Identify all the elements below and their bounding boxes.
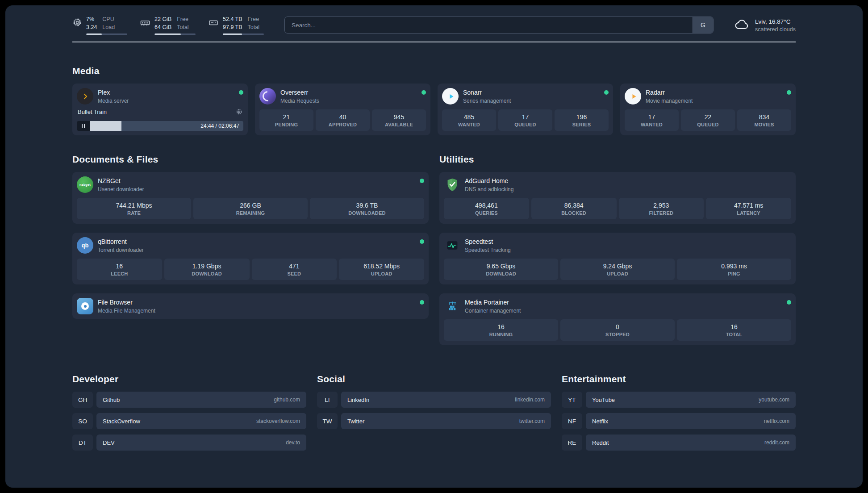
bookmark-abbr: YT xyxy=(562,392,582,408)
bookmark-abbr: LI xyxy=(317,392,338,408)
playback-progress xyxy=(90,121,121,131)
service-subtitle: Usenet downloader xyxy=(98,186,144,192)
plex-icon xyxy=(77,88,93,104)
search-provider-button[interactable]: G xyxy=(693,17,713,33)
bookmark-netflix[interactable]: NF Netflix netflix.com xyxy=(562,413,796,429)
bookmark-twitter[interactable]: TW Twitter twitter.com xyxy=(317,413,551,429)
stat-tile: 945 AVAILABLE xyxy=(372,109,426,131)
stat-tile: 0 STOPPED xyxy=(560,319,675,341)
service-card-nzbget[interactable]: nzbget NZBGet Usenet downloader 744.21 M… xyxy=(72,172,429,224)
service-subtitle: Media File Management xyxy=(98,308,155,314)
stat-tile: 39.6 TB DOWNLOADED xyxy=(310,198,424,219)
cpu-widget: 7% 3.24 CPU Load xyxy=(72,15,127,35)
service-card-speedtest[interactable]: Speedtest Speedtest Tracking 9.65 Gbps D… xyxy=(439,233,796,284)
disk-free-value: 52.4 TB xyxy=(223,15,242,23)
plex-player-bar: 24:44 / 02:06:47 xyxy=(77,121,243,131)
memory-total-value: 64 GiB xyxy=(154,23,171,31)
bookmark-youtube[interactable]: YT YouTube youtube.com xyxy=(562,392,796,408)
bookmark-abbr: RE xyxy=(562,435,582,451)
bookmark-stackoverflow[interactable]: SO StackOverflow stackoverflow.com xyxy=(72,413,306,429)
section-title-media: Media xyxy=(72,66,796,76)
service-card-sonarr[interactable]: Sonarr Series management 485 WANTED 17 Q… xyxy=(438,84,613,135)
stat-tile: 471 SEED xyxy=(252,259,337,280)
bookmark-abbr: SO xyxy=(72,413,93,429)
bookmark-reddit[interactable]: RE Reddit reddit.com xyxy=(562,435,796,451)
service-name: Media Portainer xyxy=(465,299,521,307)
stat-tile: 86,384 BLOCKED xyxy=(531,198,617,219)
stat-tile: 834 MOVIES xyxy=(737,109,791,131)
service-card-radarr[interactable]: Radarr Movie management 17 WANTED 22 QUE… xyxy=(620,84,796,135)
service-name: File Browser xyxy=(98,299,155,307)
service-name: Radarr xyxy=(646,89,693,97)
section-title-entertainment: Entertainment xyxy=(562,374,796,384)
service-subtitle: Media server xyxy=(98,98,129,104)
bookmark-url: reddit.com xyxy=(764,439,789,446)
status-dot xyxy=(787,300,791,305)
stat-tile: 16 RUNNING xyxy=(444,319,558,341)
service-subtitle: Media Requests xyxy=(280,98,319,104)
bookmark-name: DEV xyxy=(103,439,115,446)
stat-tile: 485 WANTED xyxy=(442,109,496,131)
service-card-qbittorrent[interactable]: qb qBittorrent Torrent downloader 16 xyxy=(72,233,429,284)
bookmark-url: twitter.com xyxy=(519,418,545,424)
weather-condition: scattered clouds xyxy=(755,26,796,33)
stat-tile: 498,461 QUERIES xyxy=(444,198,529,219)
bookmark-url: netflix.com xyxy=(764,418,789,424)
bookmark-dev[interactable]: DT DEV dev.to xyxy=(72,435,306,451)
stat-tile: 1.19 Gbps DOWNLOAD xyxy=(164,259,250,280)
status-dot xyxy=(420,239,424,244)
service-name: Plex xyxy=(98,89,129,97)
service-card-overseerr[interactable]: Overseerr Media Requests 21 PENDING 40 A… xyxy=(255,84,430,135)
stat-tile: 2,953 FILTERED xyxy=(619,198,704,219)
dashboard-window: 7% 3.24 CPU Load xyxy=(5,5,863,488)
disk-usage-bar xyxy=(223,33,264,35)
service-card-filebrowser[interactable]: File Browser Media File Management xyxy=(72,293,429,319)
stat-tile: 266 GB REMAINING xyxy=(193,198,308,219)
service-card-portainer[interactable]: Media Portainer Container management 16 … xyxy=(439,293,796,345)
section-title-utilities: Utilities xyxy=(439,154,796,165)
cpu-percent: 7% xyxy=(86,15,97,23)
resource-widgets: 7% 3.24 CPU Load xyxy=(72,15,264,35)
service-card-adguard[interactable]: AdGuard Home DNS and adblocking 498,461 … xyxy=(439,172,796,224)
cpu-load-value: 3.24 xyxy=(86,23,97,31)
disk-widget: 52.4 TB 97.9 TB Free Total xyxy=(208,15,264,35)
sonarr-icon xyxy=(442,88,459,104)
disk-total-label: Total xyxy=(248,23,259,31)
status-dot xyxy=(420,179,424,183)
gear-icon[interactable] xyxy=(236,109,242,115)
playback-time: 24:44 / 02:06:47 xyxy=(200,123,243,129)
bookmark-url: linkedin.com xyxy=(515,397,545,403)
bookmark-name: Twitter xyxy=(347,418,364,425)
stat-tile: 9.24 Gbps UPLOAD xyxy=(560,259,675,280)
service-subtitle: Torrent downloader xyxy=(98,247,144,253)
section-utilities: Utilities xyxy=(439,154,796,345)
cpu-label: CPU xyxy=(102,15,115,23)
disk-icon xyxy=(208,17,219,35)
radarr-icon xyxy=(625,88,641,104)
bookmark-linkedin[interactable]: LI LinkedIn linkedin.com xyxy=(317,392,551,408)
bookmark-url: dev.to xyxy=(286,439,300,446)
cloud-icon xyxy=(734,17,750,33)
disk-total-value: 97.9 TB xyxy=(223,23,242,31)
service-name: NZBGet xyxy=(98,177,144,185)
bookmark-name: YouTube xyxy=(592,397,615,403)
nzbget-icon: nzbget xyxy=(77,176,93,193)
bookmark-name: Github xyxy=(103,397,120,403)
stat-tile: 40 APPROVED xyxy=(316,109,370,131)
pause-button[interactable] xyxy=(77,121,90,131)
filebrowser-icon xyxy=(77,298,93,314)
top-bar: 7% 3.24 CPU Load xyxy=(72,15,796,35)
memory-widget: 22 GiB 64 GiB Free Total xyxy=(140,15,196,35)
bookmark-group-entertainment: Entertainment YT YouTube youtube.com NF … xyxy=(562,374,796,451)
bookmark-abbr: NF xyxy=(562,413,582,429)
bookmark-github[interactable]: GH Github github.com xyxy=(72,392,306,408)
service-card-plex[interactable]: Plex Media server Bullet Train xyxy=(72,84,248,135)
search-input[interactable] xyxy=(285,17,693,33)
weather-widget: Lviv, 16.87°C scattered clouds xyxy=(734,17,796,33)
status-dot xyxy=(420,300,424,305)
cpu-load-label: Load xyxy=(102,23,115,31)
memory-icon xyxy=(140,17,150,35)
bookmark-group-social: Social LI LinkedIn linkedin.com TW Twitt… xyxy=(317,374,551,451)
status-dot xyxy=(239,90,243,95)
bookmark-url: stackoverflow.com xyxy=(256,418,300,424)
